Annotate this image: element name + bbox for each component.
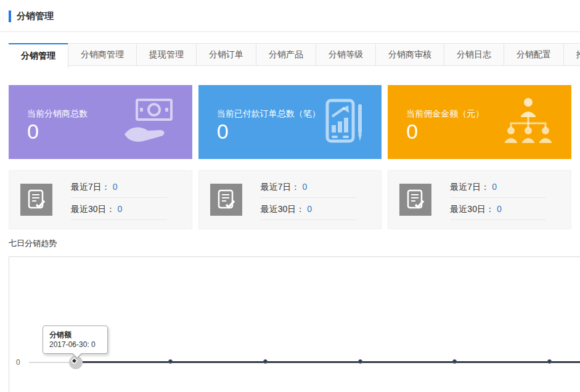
stat-label: 最近7日：: [261, 182, 300, 192]
card-paid-orders-total: 当前已付款订单总数（笔） 0: [198, 85, 382, 159]
card-title: 当前佣金金额（元）: [406, 108, 484, 120]
stat-value: 0: [492, 182, 497, 192]
tab-distribution-logs[interactable]: 分销日志: [444, 43, 504, 66]
card-title: 当前已付款订单总数（笔）: [217, 108, 321, 120]
stat-value: 0: [307, 204, 312, 214]
chart-point[interactable]: [547, 359, 552, 364]
chart-tooltip: 分销额 2017-06-30: 0: [43, 325, 108, 354]
tab-withdraw-manage[interactable]: 提现管理: [136, 43, 197, 66]
phone-chart-icon: [324, 98, 364, 146]
tab-distribution-config[interactable]: 分销配置: [504, 43, 564, 66]
stat-cards-row: 当前分销商总数 0 当前已付款订单总数（笔） 0: [9, 85, 571, 159]
stat-label: 最近30日：: [71, 204, 115, 214]
tab-distribution-orders[interactable]: 分销订单: [196, 43, 256, 66]
team-hierarchy-icon: [502, 97, 554, 147]
trend-chart: 0 分销额 2017-06-30: 0: [9, 256, 580, 392]
chart-point[interactable]: [358, 359, 362, 364]
tooltip-series-name: 分销额: [49, 330, 107, 340]
stat-label: 最近7日：: [71, 182, 110, 192]
stat-label: 最近30日：: [261, 204, 305, 214]
stat-last30: 最近30日：0: [261, 202, 357, 220]
summary-orders: 最近7日：0 最近30日：0: [198, 170, 382, 229]
money-in-hand-icon: [121, 97, 175, 147]
card-value: 0: [217, 120, 229, 144]
tab-promotion-settings[interactable]: 推广设置: [563, 43, 580, 66]
tooltip-value: 2017-06-30: 0: [49, 340, 107, 349]
page-title: 分销管理: [17, 10, 54, 22]
summary-commission: 最近7日：0 最近30日：0: [388, 170, 571, 229]
tab-bar: 分销管理 分销商管理 提现管理 分销订单 分销产品 分销等级 分销商审核 分销日…: [9, 43, 580, 68]
stat-value: 0: [497, 204, 502, 214]
card-title: 当前分销商总数: [27, 108, 88, 120]
stat-value: 0: [302, 182, 307, 192]
chart-title: 七日分销趋势: [9, 238, 580, 249]
tab-distribution-manage[interactable]: 分销管理: [9, 43, 68, 68]
document-check-icon: [399, 184, 431, 216]
stat-last30: 最近30日：0: [71, 202, 167, 220]
page-header: 分销管理: [0, 0, 580, 32]
stat-label: 最近7日：: [450, 182, 489, 192]
document-check-icon: [20, 184, 52, 216]
accent-bar: [9, 10, 11, 22]
tab-distributor-review[interactable]: 分销商审核: [375, 43, 444, 66]
stat-last7: 最近7日：0: [261, 180, 357, 198]
tab-distribution-products[interactable]: 分销产品: [256, 43, 316, 66]
stat-last7: 最近7日：0: [71, 180, 167, 198]
chart-line: [76, 361, 580, 363]
card-value: 0: [27, 120, 39, 144]
stat-last7: 最近7日：0: [450, 180, 546, 198]
document-check-icon: [210, 184, 242, 216]
stat-value: 0: [118, 204, 123, 214]
card-commission-total: 当前佣金金额（元） 0: [388, 85, 571, 159]
summary-distributors: 最近7日：0 最近30日：0: [9, 170, 192, 229]
stat-value: 0: [113, 182, 118, 192]
summary-row: 最近7日：0 最近30日：0 最近7日：0 最近30日：0 最近7日：0: [9, 170, 571, 229]
stat-last30: 最近30日：0: [450, 202, 546, 220]
stat-label: 最近30日：: [450, 204, 494, 214]
tab-distributor-manage[interactable]: 分销商管理: [68, 43, 137, 66]
tab-distribution-levels[interactable]: 分销等级: [316, 43, 376, 66]
card-value: 0: [406, 120, 418, 144]
card-distributor-total: 当前分销商总数 0: [9, 85, 192, 159]
y-axis-tick: 0: [16, 358, 20, 367]
chart-point[interactable]: [263, 359, 268, 364]
